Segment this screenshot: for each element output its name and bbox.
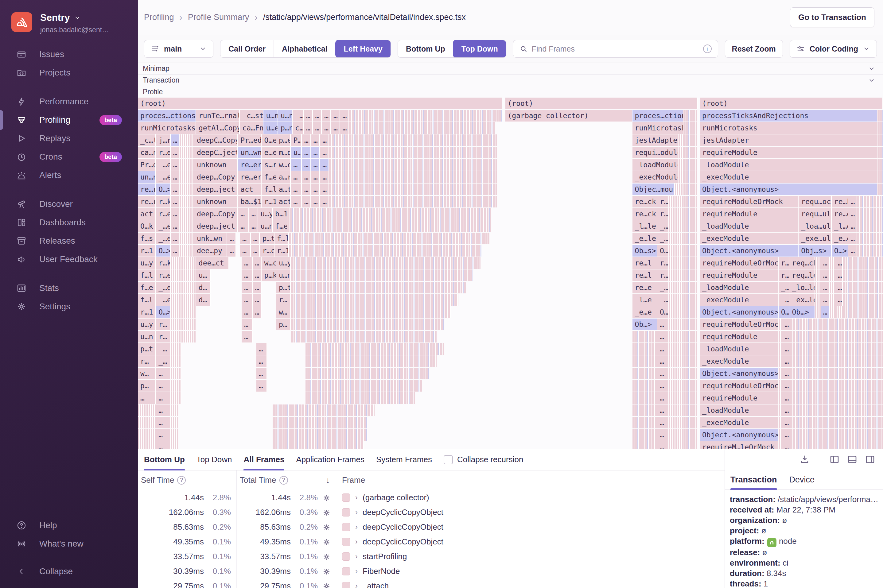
flame-frame[interactable]: … bbox=[821, 282, 830, 293]
flame-filler[interactable] bbox=[273, 441, 364, 448]
flame-frame[interactable]: … bbox=[657, 331, 669, 342]
frame-cell[interactable]: ›startProfiling bbox=[335, 549, 725, 564]
flame-frame[interactable]: _… bbox=[657, 232, 669, 244]
flame-frame[interactable]: Object.<anonymous> bbox=[700, 429, 779, 441]
flame-filler[interactable] bbox=[171, 331, 182, 342]
flame-frame[interactable]: … bbox=[340, 122, 349, 134]
flame-filler[interactable] bbox=[877, 183, 883, 195]
flame-filler[interactable] bbox=[669, 441, 683, 448]
flame-frame[interactable]: … bbox=[251, 232, 260, 244]
flame-frame[interactable]: … bbox=[782, 343, 793, 355]
flame-frame[interactable]: unknown bbox=[194, 196, 238, 207]
flame-filler[interactable] bbox=[779, 417, 782, 428]
flame-frame[interactable]: … bbox=[249, 220, 258, 232]
flame-frame[interactable]: u…n bbox=[278, 110, 293, 122]
flame-frame[interactable]: p…t bbox=[276, 282, 291, 293]
flame-frame[interactable]: … bbox=[242, 318, 253, 330]
chevron-down-icon[interactable] bbox=[868, 65, 875, 72]
sidebar-item-issues[interactable]: Issues bbox=[0, 45, 138, 63]
flame-filler[interactable] bbox=[632, 417, 658, 428]
sidebar-item-crons[interactable]: Cronsbeta bbox=[0, 148, 138, 166]
flame-frame[interactable]: re…r bbox=[138, 183, 156, 195]
flame-filler[interactable] bbox=[171, 380, 182, 392]
flame-filler[interactable] bbox=[305, 392, 415, 404]
flame-frame[interactable]: (root) bbox=[700, 98, 883, 109]
flame-filler[interactable] bbox=[329, 147, 497, 158]
flame-frame[interactable]: … bbox=[657, 380, 669, 392]
flame-filler[interactable] bbox=[793, 368, 883, 380]
flame-frame[interactable]: … bbox=[782, 417, 793, 428]
flame-filler[interactable] bbox=[180, 147, 194, 158]
gear-icon[interactable] bbox=[318, 493, 335, 502]
flame-frame[interactable]: runMicrotasks bbox=[138, 122, 196, 134]
flame-frame[interactable]: _loadModule bbox=[700, 220, 799, 232]
frame-cell[interactable]: ›deepCyclicCopyObject bbox=[335, 505, 725, 520]
flame-frame[interactable]: O…k bbox=[138, 220, 156, 232]
flame-filler[interactable] bbox=[669, 232, 683, 244]
flame-filler[interactable] bbox=[669, 392, 683, 404]
flame-filler[interactable] bbox=[830, 306, 835, 318]
flame-filler[interactable] bbox=[182, 282, 196, 293]
expand-chevron-icon[interactable]: › bbox=[355, 537, 358, 546]
flame-frame[interactable]: … bbox=[227, 245, 236, 256]
flame-frame[interactable]: … bbox=[171, 183, 180, 195]
flame-frame[interactable]: r…e bbox=[156, 147, 170, 158]
flame-frame[interactable]: … bbox=[311, 183, 320, 195]
breadcrumb-profile-summary[interactable]: Profile Summary bbox=[188, 13, 249, 22]
flame-filler[interactable] bbox=[180, 196, 194, 207]
flame-frame[interactable]: … bbox=[253, 282, 262, 293]
flame-filler[interactable] bbox=[843, 282, 883, 293]
sidebar-item-projects[interactable]: Projects bbox=[0, 63, 138, 82]
flame-filler[interactable] bbox=[683, 122, 697, 134]
flame-filler[interactable] bbox=[683, 441, 697, 448]
flame-filler[interactable] bbox=[180, 245, 194, 256]
flame-frame[interactable]: Object.<anonymous> bbox=[700, 245, 799, 256]
flame-filler[interactable] bbox=[180, 208, 194, 220]
section-profile[interactable]: Profile bbox=[138, 86, 883, 98]
flame-frame[interactable]: d… bbox=[196, 282, 210, 293]
flame-frame[interactable]: … bbox=[311, 147, 320, 158]
flame-frame[interactable]: u…y bbox=[138, 318, 156, 330]
flame-frame[interactable]: p…e bbox=[276, 134, 291, 146]
flame-frame[interactable]: _e…e bbox=[632, 306, 658, 318]
flame-frame[interactable]: s…r bbox=[261, 159, 276, 171]
flame-filler[interactable] bbox=[171, 343, 182, 355]
flame-frame[interactable]: O…> bbox=[156, 306, 170, 318]
flame-filler[interactable] bbox=[171, 368, 182, 380]
gear-icon[interactable] bbox=[318, 581, 335, 588]
gear-icon[interactable] bbox=[318, 567, 335, 576]
flame-filler[interactable] bbox=[857, 245, 883, 256]
flame-frame[interactable]: … bbox=[835, 282, 843, 293]
flame-frame[interactable]: O…> bbox=[832, 245, 848, 256]
flame-frame[interactable]: deepC…ject bbox=[194, 147, 238, 158]
flame-frame[interactable]: ca…Fn bbox=[240, 122, 263, 134]
flame-filler[interactable] bbox=[679, 171, 683, 183]
flame-filler[interactable] bbox=[793, 417, 883, 428]
flame-filler[interactable] bbox=[669, 294, 683, 306]
flame-frame[interactable]: re…e bbox=[632, 282, 658, 293]
flame-frame[interactable]: deep…ject bbox=[194, 220, 238, 232]
search-input[interactable] bbox=[532, 45, 699, 53]
flame-frame[interactable]: re…r bbox=[138, 196, 156, 207]
flame-frame[interactable]: r…1 bbox=[261, 196, 276, 207]
flame-frame[interactable]: … bbox=[253, 306, 262, 318]
flame-frame[interactable]: _l…e bbox=[832, 220, 848, 232]
flame-filler[interactable] bbox=[679, 147, 683, 158]
flame-frame[interactable]: … bbox=[320, 147, 329, 158]
flame-frame[interactable]: requireModule bbox=[700, 208, 799, 220]
flame-filler[interactable] bbox=[632, 429, 658, 441]
flame-frame[interactable]: … bbox=[821, 306, 830, 318]
flame-frame[interactable]: O…> bbox=[156, 183, 170, 195]
section-minimap[interactable]: Minimap bbox=[138, 63, 883, 75]
flame-frame[interactable]: … bbox=[171, 220, 180, 232]
flame-frame[interactable]: f…l bbox=[261, 183, 276, 195]
flame-filler[interactable] bbox=[180, 220, 194, 232]
flame-frame[interactable]: re…er bbox=[238, 171, 261, 183]
details-tab-device[interactable]: Device bbox=[789, 470, 815, 490]
flame-frame[interactable]: _loadModule bbox=[700, 282, 779, 293]
flame-frame[interactable]: requireM…leOrMock bbox=[700, 441, 779, 448]
sidebar-item-performance[interactable]: Performance bbox=[0, 92, 138, 111]
flame-frame[interactable]: re…l bbox=[632, 257, 658, 269]
flame-frame[interactable]: re…l bbox=[632, 270, 658, 281]
flame-filler[interactable] bbox=[632, 368, 658, 380]
